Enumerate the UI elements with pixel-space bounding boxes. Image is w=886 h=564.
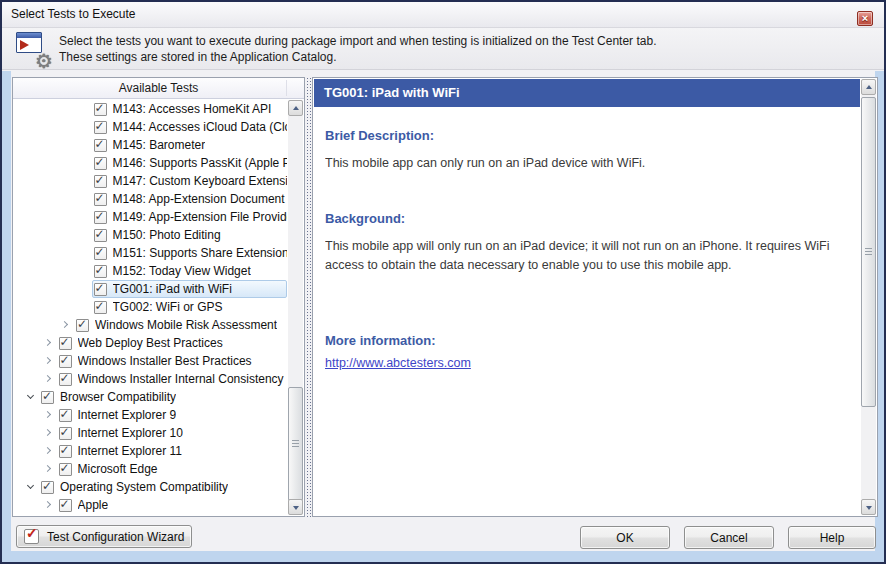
tree-item-label: Browser Compatibility — [60, 390, 176, 404]
close-button[interactable]: × — [857, 11, 873, 26]
row-content: ✓Apple — [57, 496, 288, 514]
tree-scrollbar[interactable] — [288, 100, 303, 515]
tree-item[interactable]: ✓Apple — [13, 496, 287, 514]
check-mark-icon: ✓ — [60, 443, 70, 457]
tree-item[interactable]: ✓Microsoft Edge — [13, 460, 287, 478]
tree-column-header[interactable]: Available Tests — [13, 78, 304, 99]
tree-item[interactable]: ✓Operating System Compatibility — [13, 478, 287, 496]
window-title: Select Tests to Execute — [11, 7, 136, 21]
tree-item[interactable]: ✓M151: Supports Share Extension — [13, 244, 287, 262]
chevron-right-icon[interactable] — [59, 318, 74, 332]
tree-item-label: Microsoft Edge — [78, 462, 158, 476]
tree-item-label: Internet Explorer 9 — [78, 408, 177, 422]
test-checkbox[interactable]: ✓ — [94, 103, 107, 116]
test-checkbox[interactable]: ✓ — [94, 247, 107, 260]
test-checkbox[interactable]: ✓ — [76, 319, 89, 332]
detail-scroll-down-button[interactable] — [861, 499, 876, 515]
tree-item[interactable]: ✓M150: Photo Editing — [13, 226, 287, 244]
tree-item[interactable]: ✓M149: App-Extension File Provider — [13, 208, 287, 226]
tree-item-label: Internet Explorer 10 — [78, 426, 183, 440]
test-checkbox[interactable]: ✓ — [59, 427, 72, 440]
test-checkbox[interactable]: ✓ — [59, 373, 72, 386]
tree-item[interactable]: ✓Windows Mobile Risk Assessment — [13, 316, 287, 334]
tree-item[interactable]: ✓M147: Custom Keyboard Extension — [13, 172, 287, 190]
test-checkbox[interactable]: ✓ — [94, 157, 107, 170]
chevron-down-icon[interactable] — [24, 390, 39, 404]
chevron-right-icon[interactable] — [42, 372, 57, 386]
tree-item[interactable]: ✓Windows Installer Best Practices — [13, 352, 287, 370]
chevron-right-icon[interactable] — [42, 444, 57, 458]
tree-item[interactable]: ✓Windows Installer Internal Consistency … — [13, 370, 287, 388]
tree-item[interactable]: ✓M148: App-Extension Document … — [13, 190, 287, 208]
test-checkbox[interactable]: ✓ — [59, 463, 72, 476]
available-tests-panel: Available Tests ✓M143: Accesses HomeKit … — [12, 77, 305, 517]
test-detail-panel: TG001: iPad with WiFi Brief Description:… — [312, 77, 878, 517]
tree-scroll-down-button[interactable] — [288, 499, 303, 515]
check-mark-icon: ✓ — [60, 497, 70, 511]
chevron-down-icon[interactable] — [24, 480, 39, 494]
check-mark-icon: ✓ — [60, 335, 70, 349]
row-content: ✓Web Deploy Best Practices — [57, 334, 288, 352]
test-checkbox[interactable]: ✓ — [59, 355, 72, 368]
check-mark-icon: ✓ — [95, 155, 105, 169]
ok-button[interactable]: OK — [580, 526, 670, 549]
chevron-right-icon[interactable] — [42, 426, 57, 440]
tree-item[interactable]: ✓M152: Today View Widget — [13, 262, 287, 280]
row-content: ✓Operating System Compatibility — [39, 478, 287, 496]
tree-item[interactable]: ✓M146: Supports PassKit (Apple P… — [13, 154, 287, 172]
check-mark-icon: ✓ — [42, 479, 52, 493]
detail-scrollbar[interactable] — [861, 79, 876, 515]
tree-item[interactable]: ✓Internet Explorer 10 — [13, 424, 287, 442]
test-checkbox[interactable]: ✓ — [94, 265, 107, 278]
test-checkbox[interactable]: ✓ — [94, 229, 107, 242]
test-checkbox[interactable]: ✓ — [94, 193, 107, 206]
test-checkbox[interactable]: ✓ — [59, 409, 72, 422]
tree-item[interactable]: ✓TG002: WiFi or GPS — [13, 298, 287, 316]
tree-item-label: M152: Today View Widget — [113, 264, 251, 278]
test-checkbox[interactable]: ✓ — [41, 481, 54, 494]
expander-placeholder — [77, 300, 92, 314]
chevron-right-icon[interactable] — [42, 498, 57, 512]
section-heading: Brief Description: — [325, 128, 860, 143]
tree-item[interactable]: ✓Internet Explorer 9 — [13, 406, 287, 424]
panel-splitter[interactable] — [305, 77, 312, 517]
check-mark-icon: ✓ — [77, 317, 87, 331]
tree-scroll-up-button[interactable] — [288, 100, 303, 116]
test-checkbox[interactable]: ✓ — [94, 139, 107, 152]
test-checkbox[interactable]: ✓ — [59, 499, 72, 512]
tree-item[interactable]: ✓M143: Accesses HomeKit API — [13, 100, 287, 118]
test-checkbox[interactable]: ✓ — [59, 445, 72, 458]
cancel-button[interactable]: Cancel — [684, 526, 774, 549]
detail-scrollbar-thumb[interactable] — [861, 97, 876, 407]
detail-scroll-up-button[interactable] — [861, 79, 876, 95]
test-checkbox[interactable]: ✓ — [94, 211, 107, 224]
more-info-link[interactable]: http://www.abctesters.com — [325, 356, 471, 370]
test-checkbox[interactable]: ✓ — [94, 283, 107, 296]
test-checkbox[interactable]: ✓ — [59, 337, 72, 350]
titlebar[interactable]: Select Tests to Execute × — [2, 2, 884, 28]
red-play-icon — [20, 40, 29, 50]
help-button[interactable]: Help — [788, 526, 876, 549]
tree-item[interactable]: ✓M144: Accesses iCloud Data (Clo… — [13, 118, 287, 136]
row-content: ✓TG002: WiFi or GPS — [92, 298, 288, 316]
expander-placeholder — [77, 210, 92, 224]
selected-row-highlight: ✓TG001: iPad with WiFi — [92, 280, 288, 298]
chevron-right-icon[interactable] — [42, 354, 57, 368]
grip-icon — [292, 440, 299, 448]
chevron-right-icon[interactable] — [42, 462, 57, 476]
tree-item-label: M148: App-Extension Document … — [113, 192, 288, 206]
tree-scrollbar-thumb[interactable] — [288, 387, 303, 501]
chevron-right-icon[interactable] — [42, 408, 57, 422]
tree-item[interactable]: ✓M145: Barometer — [13, 136, 287, 154]
test-checkbox[interactable]: ✓ — [41, 391, 54, 404]
row-content: ✓M149: App-Extension File Provider — [92, 208, 288, 226]
test-checkbox[interactable]: ✓ — [94, 301, 107, 314]
tree-item[interactable]: ✓TG001: iPad with WiFi — [13, 280, 287, 298]
test-checkbox[interactable]: ✓ — [94, 175, 107, 188]
test-checkbox[interactable]: ✓ — [94, 121, 107, 134]
chevron-right-icon[interactable] — [42, 336, 57, 350]
test-configuration-wizard-button[interactable]: ✓ Test Configuration Wizard — [16, 525, 192, 548]
tree-item[interactable]: ✓Internet Explorer 11 — [13, 442, 287, 460]
tree-item[interactable]: ✓Web Deploy Best Practices — [13, 334, 287, 352]
tree-item[interactable]: ✓Browser Compatibility — [13, 388, 287, 406]
